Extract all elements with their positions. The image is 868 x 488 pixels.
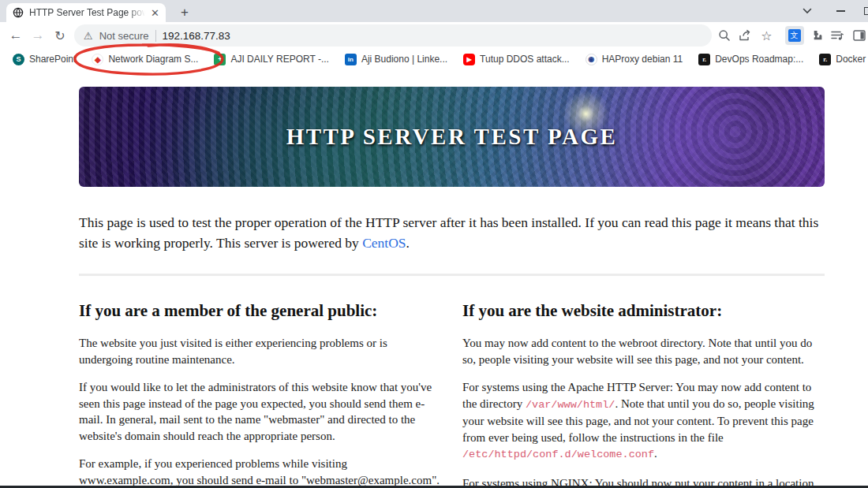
intro-paragraph: This page is used to test the proper ope… xyxy=(79,212,822,253)
side-panel-icon[interactable] xyxy=(848,22,868,49)
haproxy-icon: ◉ xyxy=(586,54,597,65)
public-heading: If you are a member of the general publi… xyxy=(79,301,440,321)
reload-button[interactable]: ↻ xyxy=(49,22,71,49)
bookmarks-bar: S SharePoint ◆ Network Diagram S... + AJ… xyxy=(0,49,868,69)
sharepoint-icon: S xyxy=(13,54,24,65)
search-icon[interactable] xyxy=(713,22,735,49)
address-bar[interactable]: ⚠ Not secure 192.168.77.83 xyxy=(74,24,712,47)
sheets-icon: + xyxy=(214,54,226,65)
not-secure-warning-icon[interactable]: ⚠ xyxy=(84,30,93,42)
bookmark-docker-roadmap[interactable]: r. Docker Roadmap -... xyxy=(813,50,868,68)
bookmark-star-icon[interactable]: ☆ xyxy=(756,22,777,49)
test-page-banner: HTTP SERVER TEST PAGE xyxy=(79,87,825,187)
extensions-puzzle-icon[interactable] xyxy=(806,22,827,49)
maximize-button[interactable] xyxy=(860,0,868,22)
media-controls-icon[interactable] xyxy=(827,22,848,49)
url-text[interactable]: 192.168.77.83 xyxy=(163,30,230,42)
public-paragraph-1: The website you just visited is either e… xyxy=(79,335,440,367)
not-secure-label[interactable]: Not secure xyxy=(99,30,149,42)
linkedin-icon: in xyxy=(345,54,357,65)
public-paragraph-3: For example, if you experienced problems… xyxy=(79,456,440,488)
welcome-conf-path: /etc/httpd/conf.d/welcome.conf xyxy=(462,449,654,460)
browser-tab[interactable]: HTTP Server Test Page powered ✕ xyxy=(6,3,166,22)
globe-favicon-icon xyxy=(13,7,24,18)
bookmark-daily-report[interactable]: + AJI DAILY REPORT -... xyxy=(208,50,335,68)
page-title: HTTP SERVER TEST PAGE xyxy=(286,124,618,150)
back-button[interactable]: ← xyxy=(5,22,27,49)
address-separator xyxy=(155,30,156,42)
translate-extension-icon[interactable]: 文 xyxy=(784,22,805,49)
general-public-section: If you are a member of the general publi… xyxy=(79,301,440,488)
public-paragraph-2: If you would like to let the administrat… xyxy=(79,379,440,444)
bookmark-devops-roadmap[interactable]: r. DevOps Roadmap:... xyxy=(692,50,810,68)
new-tab-button[interactable]: + xyxy=(177,5,193,20)
share-icon[interactable] xyxy=(735,22,756,49)
tab-search-chevron-icon[interactable] xyxy=(797,0,817,22)
admin-paragraph-2: For systems using the Apache HTTP Server… xyxy=(462,379,824,464)
divider xyxy=(79,274,825,276)
youtube-icon: ▶ xyxy=(463,54,475,65)
web-page-content: HTTP SERVER TEST PAGE This page is used … xyxy=(0,69,868,488)
tab-close-icon[interactable]: ✕ xyxy=(151,8,159,18)
apache-webroot-path: /var/www/html/ xyxy=(526,399,615,411)
bookmark-linkedin[interactable]: in Aji Budiono | Linke... xyxy=(339,50,454,68)
bookmark-youtube-ddos[interactable]: ▶ Tutup DDOS attack... xyxy=(457,50,576,68)
bookmark-sharepoint[interactable]: S SharePoint xyxy=(6,50,82,68)
tab-title: HTTP Server Test Page powered xyxy=(29,7,145,18)
admin-paragraph-1: You may now add content to the webroot d… xyxy=(462,335,824,367)
bookmark-haproxy[interactable]: ◉ HAProxy debian 11 xyxy=(579,50,690,68)
centos-link[interactable]: CentOS xyxy=(362,235,406,251)
forward-button[interactable]: → xyxy=(27,22,49,49)
roadmap-icon: r. xyxy=(698,54,710,65)
browser-toolbar: ← → ↻ ⚠ Not secure 192.168.77.83 ☆ 文 xyxy=(0,22,868,49)
minimize-button[interactable] xyxy=(830,0,851,22)
bookmark-network-diagram[interactable]: ◆ Network Diagram S... xyxy=(85,50,204,68)
roadmap-icon: r. xyxy=(819,54,831,65)
admin-heading: If you are the website administrator: xyxy=(462,301,824,321)
diagram-icon: ◆ xyxy=(92,54,103,65)
administrator-section: If you are the website administrator: Yo… xyxy=(462,301,824,488)
tab-strip: HTTP Server Test Page powered ✕ + xyxy=(0,0,868,22)
